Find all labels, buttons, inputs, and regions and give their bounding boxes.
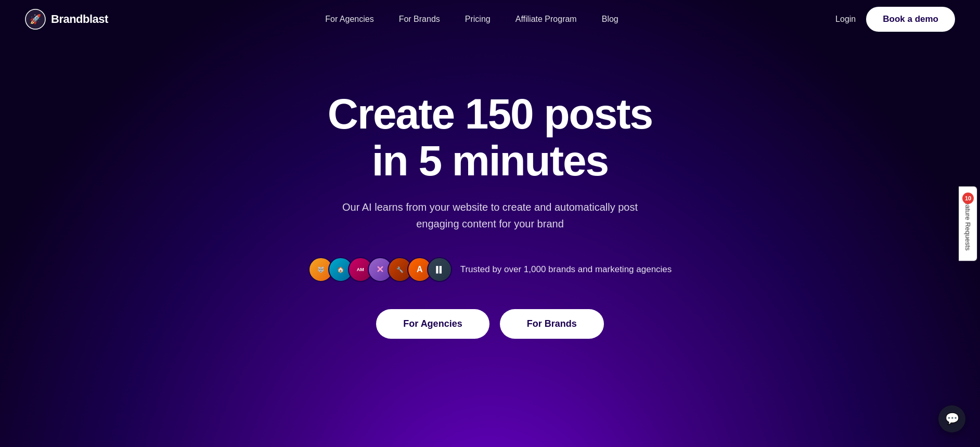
nav-affiliate-program[interactable]: Affiliate Program	[503, 10, 589, 28]
avatar-7: ▌▌	[427, 257, 452, 282]
logo-text: Brandblast	[51, 12, 108, 26]
logo-link[interactable]: 🚀 Brandblast	[25, 9, 108, 30]
nav-links: For Agencies For Brands Pricing Affiliat…	[108, 10, 835, 28]
chat-button[interactable]: 💬	[938, 405, 965, 432]
login-link[interactable]: Login	[835, 15, 856, 24]
hero-subtitle: Our AI learns from your website to creat…	[339, 199, 641, 232]
nav-right: Login Book a demo	[835, 7, 955, 32]
nav-for-agencies[interactable]: For Agencies	[313, 10, 386, 28]
nav-for-brands[interactable]: For Brands	[386, 10, 453, 28]
book-demo-button[interactable]: Book a demo	[866, 7, 955, 32]
cta-for-brands-button[interactable]: For Brands	[500, 309, 604, 339]
hero-section: Create 150 posts in 5 minutes Our AI lea…	[0, 39, 980, 370]
trust-row: 🐺 🏠 AM ✕ 🔧 A ▌▌ Trusted by over 1,000 br…	[308, 257, 672, 282]
logo-icon: 🚀	[25, 9, 46, 30]
cta-for-agencies-button[interactable]: For Agencies	[376, 309, 489, 339]
avatar-stack: 🐺 🏠 AM ✕ 🔧 A ▌▌	[308, 257, 452, 282]
feature-requests-badge: 10	[962, 193, 974, 204]
svg-text:🚀: 🚀	[30, 14, 42, 25]
trust-text: Trusted by over 1,000 brands and marketi…	[460, 264, 672, 275]
cta-buttons: For Agencies For Brands	[376, 309, 603, 339]
navbar: 🚀 Brandblast For Agencies For Brands Pri…	[0, 0, 980, 39]
hero-title: Create 150 posts in 5 minutes	[328, 91, 652, 184]
nav-pricing[interactable]: Pricing	[453, 10, 503, 28]
nav-blog[interactable]: Blog	[589, 10, 631, 28]
chat-icon: 💬	[945, 412, 959, 426]
